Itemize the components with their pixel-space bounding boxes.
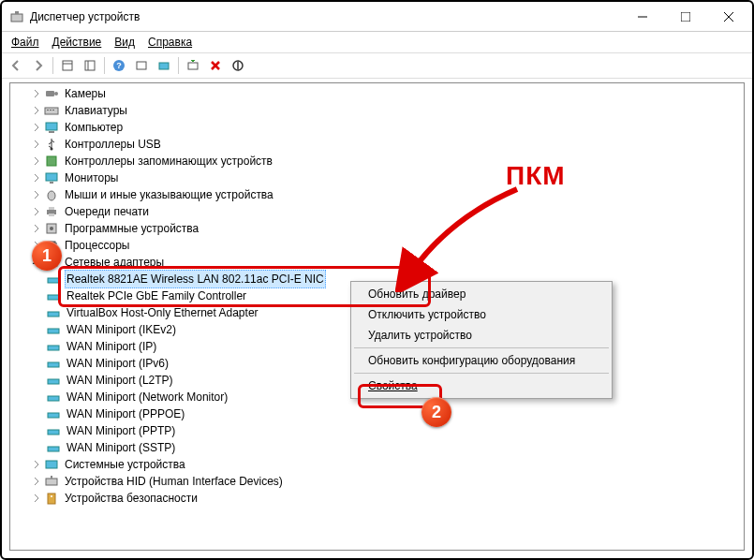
chevron-right-icon[interactable]	[31, 122, 42, 133]
window-title: Диспетчер устройств	[30, 10, 621, 23]
printer-icon	[44, 204, 59, 219]
svg-rect-22	[50, 110, 52, 111]
software-icon	[44, 221, 59, 236]
category-monitors[interactable]: Мониторы	[10, 169, 744, 186]
svg-rect-21	[47, 110, 49, 111]
svg-point-35	[50, 227, 53, 230]
chevron-right-icon[interactable]	[31, 206, 42, 217]
category-security[interactable]: Устройства безопасности	[10, 490, 744, 507]
category-system[interactable]: Системные устройства	[10, 456, 744, 473]
network-adapter-icon	[46, 356, 61, 371]
maximize-button[interactable]	[664, 2, 707, 31]
svg-rect-55	[46, 479, 57, 485]
device-wan-sstp[interactable]: WAN Miniport (SSTP)	[10, 439, 744, 456]
ctx-properties[interactable]: Свойства	[353, 376, 610, 396]
device-manager-window: Диспетчер устройств Файл Действие Вид Сп…	[0, 0, 754, 560]
svg-rect-8	[85, 61, 95, 70]
category-processors[interactable]: Процессоры	[10, 237, 744, 254]
chevron-right-icon[interactable]	[31, 459, 42, 470]
help-button[interactable]: ?	[109, 55, 129, 76]
svg-rect-45	[48, 312, 59, 317]
context-menu: Обновить драйвер Отключить устройство Уд…	[350, 281, 613, 399]
svg-rect-50	[48, 396, 59, 401]
chevron-right-icon[interactable]	[31, 88, 42, 99]
svg-rect-0	[11, 14, 22, 22]
category-computer[interactable]: Компьютер	[10, 119, 744, 136]
svg-point-19	[54, 92, 58, 96]
device-wan-pppoe[interactable]: WAN Miniport (PPPOE)	[10, 405, 744, 422]
chevron-right-icon[interactable]	[31, 476, 42, 487]
network-adapter-icon	[46, 373, 61, 388]
forward-button[interactable]	[28, 55, 49, 76]
category-storage[interactable]: Контроллеры запоминающих устройств	[10, 153, 744, 169]
mouse-icon	[44, 187, 59, 202]
svg-rect-33	[49, 214, 54, 216]
chevron-right-icon[interactable]	[31, 172, 42, 184]
chevron-right-icon[interactable]	[31, 493, 42, 504]
network-adapter-icon	[46, 288, 61, 303]
network-adapter-icon	[46, 305, 61, 320]
menu-help[interactable]: Справка	[142, 34, 198, 51]
minimize-button[interactable]	[621, 2, 664, 31]
category-software[interactable]: Программные устройства	[10, 220, 744, 237]
chevron-right-icon[interactable]	[31, 139, 42, 150]
svg-rect-53	[48, 447, 59, 451]
svg-rect-27	[47, 156, 56, 166]
ctx-update-driver[interactable]: Обновить драйвер	[353, 284, 610, 304]
svg-rect-46	[48, 329, 59, 333]
delete-button[interactable]	[205, 55, 226, 76]
toolbar-btn-4[interactable]	[131, 55, 152, 76]
menu-view[interactable]: Вид	[109, 34, 140, 51]
close-button[interactable]	[707, 2, 750, 31]
svg-rect-3	[681, 12, 690, 22]
svg-rect-25	[49, 131, 54, 133]
ctx-disable-device[interactable]: Отключить устройство	[353, 304, 610, 325]
svg-rect-18	[46, 91, 54, 96]
network-adapter-icon	[46, 440, 61, 455]
back-button[interactable]	[6, 55, 26, 76]
hid-icon	[44, 474, 59, 489]
app-icon	[9, 9, 24, 24]
chevron-right-icon[interactable]	[31, 189, 42, 200]
category-cameras[interactable]: Камеры	[10, 85, 744, 102]
svg-rect-47	[48, 346, 59, 350]
svg-rect-20	[45, 108, 58, 114]
menu-action[interactable]: Действие	[47, 34, 108, 51]
svg-point-26	[51, 148, 53, 151]
device-wan-pptp[interactable]: WAN Miniport (PPTP)	[10, 422, 744, 439]
svg-rect-43	[48, 278, 59, 283]
keyboard-icon	[44, 103, 59, 118]
category-mice[interactable]: Мыши и иные указывающие устройства	[10, 186, 744, 203]
svg-rect-14	[188, 63, 198, 69]
update-button[interactable]	[183, 55, 203, 76]
svg-rect-13	[159, 63, 169, 69]
toolbar-btn-1[interactable]	[57, 55, 78, 76]
window-controls	[621, 2, 750, 31]
network-adapter-icon	[46, 272, 61, 287]
system-icon	[44, 457, 59, 472]
ctx-separator	[354, 373, 609, 374]
security-icon	[44, 491, 59, 506]
category-usb[interactable]: Контроллеры USB	[10, 136, 744, 153]
toolbar-btn-2[interactable]	[80, 55, 100, 76]
ctx-scan-hardware[interactable]: Обновить конфигурацию оборудования	[353, 350, 610, 371]
network-adapter-icon	[46, 423, 61, 438]
camera-icon	[44, 86, 59, 101]
chevron-right-icon[interactable]	[31, 223, 42, 234]
scan-button[interactable]	[154, 55, 174, 76]
ctx-uninstall-device[interactable]: Удалить устройство	[353, 325, 610, 346]
category-keyboards[interactable]: Клавиатуры	[10, 102, 744, 119]
svg-rect-6	[63, 61, 72, 70]
svg-point-30	[48, 191, 55, 200]
menu-file[interactable]: Файл	[6, 34, 45, 51]
svg-rect-56	[51, 476, 52, 479]
chevron-right-icon[interactable]	[31, 155, 42, 167]
chevron-right-icon[interactable]	[31, 105, 42, 116]
svg-point-58	[51, 495, 52, 497]
svg-rect-32	[49, 207, 54, 210]
svg-rect-28	[46, 173, 57, 181]
disable-button[interactable]	[228, 55, 248, 76]
category-printqueues[interactable]: Очереди печати	[10, 203, 744, 220]
category-hid[interactable]: Устройства HID (Human Interface Devices)	[10, 473, 744, 490]
category-network[interactable]: Сетевые адаптеры	[10, 254, 744, 271]
